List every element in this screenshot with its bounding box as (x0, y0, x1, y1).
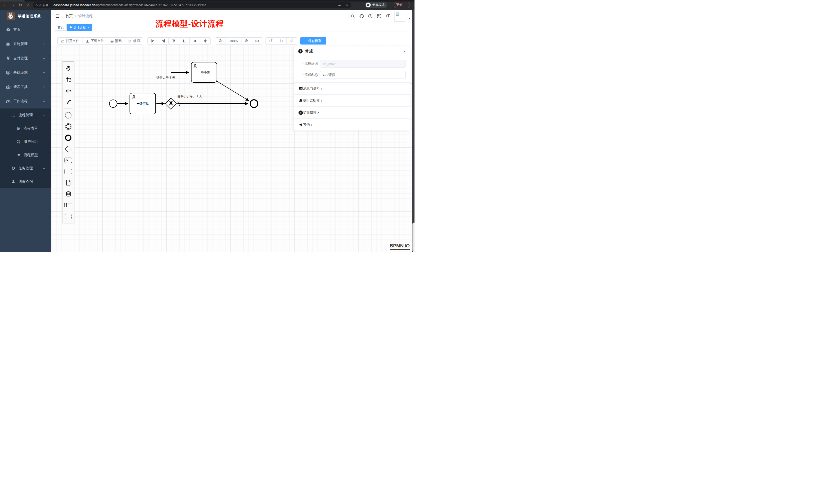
browser-reload-button[interactable]: ↻ (17, 2, 24, 8)
open-file-button[interactable]: 打开文件 (57, 37, 82, 44)
align-bottom-button[interactable] (179, 37, 190, 44)
avatar[interactable] (395, 11, 405, 22)
sidebar-item-label: 请假查询 (19, 179, 33, 184)
align-horizontal-center-icon (203, 39, 207, 43)
download-file-button[interactable]: 下载文件 (82, 37, 107, 44)
process-name-input[interactable] (320, 71, 405, 79)
chevron-right-icon (320, 99, 323, 102)
create-data-object-icon[interactable] (63, 177, 74, 188)
yen-icon: ¥ (5, 55, 11, 62)
github-icon[interactable] (358, 13, 365, 20)
sidebar-item-process-form[interactable]: 流程表单 (0, 122, 51, 135)
chevron-down-icon (42, 42, 45, 45)
condition-label-gt[interactable]: 请假大于 3 天 (156, 76, 175, 80)
redo-button[interactable]: ↻ (276, 37, 287, 44)
panel-section-extended-properties[interactable]: + 扩展属性 (294, 107, 410, 118)
sidebar-item-workflow[interactable]: 工作流程 (0, 94, 51, 109)
create-subprocess-icon[interactable] (63, 166, 74, 177)
browser-back-button[interactable]: ← (2, 2, 8, 8)
create-start-event-icon[interactable] (63, 110, 74, 121)
browser-forward-button[interactable]: → (10, 2, 16, 8)
chevron-down-icon (42, 57, 45, 60)
tab-home[interactable]: 首页 (55, 24, 67, 31)
section-title: 执行监听器 (303, 98, 320, 103)
align-right-button[interactable] (158, 37, 169, 44)
sidebar-item-leave-query[interactable]: 请假查询 (0, 175, 51, 188)
create-participant-icon[interactable] (63, 200, 74, 211)
send-icon (298, 122, 303, 127)
bpmn-user-task-first[interactable]: 一级审批 (130, 93, 156, 114)
file-button-group: 打开文件 下载文件 ◎ 预览 模拟 (57, 37, 143, 44)
create-data-store-icon[interactable] (63, 188, 74, 200)
close-icon[interactable]: × (87, 26, 89, 29)
dashboard-icon (5, 27, 11, 33)
lasso-tool-icon[interactable] (63, 74, 74, 85)
zoom-in-button[interactable] (241, 37, 252, 44)
tab-design-process[interactable]: 设计流程 × (67, 24, 92, 31)
process-key-input[interactable] (320, 60, 405, 68)
panel-section-execution-listeners[interactable]: 执行监听器 (294, 94, 410, 107)
sidebar-item-process-model[interactable]: 流程模型 (0, 148, 51, 162)
bpmn-io-watermark[interactable]: BPMN.iO (390, 243, 410, 250)
bpmn-end-event[interactable] (250, 99, 258, 108)
sidebar-collapse-icon[interactable] (55, 14, 60, 18)
create-user-task-icon[interactable] (63, 155, 74, 166)
help-icon[interactable] (367, 13, 373, 20)
create-intermediate-event-icon[interactable] (63, 121, 74, 132)
search-icon[interactable] (350, 13, 356, 20)
space-tool-icon[interactable] (63, 85, 74, 96)
restart-button[interactable] (287, 37, 297, 44)
align-top-button[interactable] (169, 37, 179, 44)
sidebar-item-home[interactable]: 首页 (0, 23, 51, 37)
panel-section-other[interactable]: 其他 (294, 118, 410, 130)
chevron-down-icon (42, 71, 45, 74)
hand-tool-icon[interactable] (63, 63, 74, 74)
simulate-button[interactable]: 模拟 (125, 37, 143, 44)
not-secure-label[interactable]: 不安全 (39, 3, 49, 7)
app-logo-row[interactable]: 芋道管理系统 (0, 10, 51, 23)
undo-button[interactable]: ↺ (265, 37, 276, 44)
bpmn-start-event[interactable] (109, 100, 117, 108)
group-face-icon (15, 139, 22, 145)
address-bar[interactable]: ⚠ 不安全 dashboard.yudao.iocoder.cn/bpm/man… (33, 2, 351, 8)
update-label[interactable]: 更新 (396, 3, 402, 7)
browser-active-tab[interactable] (0, 0, 25, 2)
font-size-icon[interactable]: TT (385, 13, 391, 20)
align-vertical-center-button[interactable] (189, 37, 200, 44)
panel-section-general[interactable]: i 常规 (294, 45, 410, 57)
create-group-icon[interactable] (63, 211, 74, 222)
browser-menu-dots-icon[interactable]: ⋮ (404, 3, 407, 7)
sidebar-item-system[interactable]: 系统管理 (0, 37, 51, 51)
browser-home-button[interactable]: ⌂ (25, 2, 31, 8)
sidebar-item-process-management[interactable]: 流程管理 (0, 109, 51, 122)
align-left-button[interactable] (147, 37, 158, 44)
global-connect-tool-icon[interactable] (63, 96, 74, 108)
sidebar-item-dev-tools[interactable]: 研发工具 (0, 80, 51, 94)
bpmn-user-task-second[interactable]: 二级审批 (191, 62, 217, 83)
page-scrollbar[interactable] (412, 10, 414, 252)
sidebar-item-task-management[interactable]: 任务管理 (0, 162, 51, 175)
preview-button[interactable]: ◎ 预览 (107, 37, 125, 44)
zoom-reset-button[interactable] (252, 37, 262, 44)
tags-view-bar: 首页 设计流程 × (51, 23, 414, 31)
scrollbar-thumb[interactable] (412, 223, 414, 252)
fullscreen-icon[interactable] (376, 13, 383, 20)
avatar-caret-icon[interactable]: ▼ (408, 17, 411, 20)
sidebar-item-payment[interactable]: ¥ 支付管理 (0, 51, 51, 66)
panel-section-messages[interactable]: 消息与信号 (294, 82, 410, 94)
password-key-icon[interactable] (338, 3, 342, 7)
sidebar-item-user-group[interactable]: 用户分组 (0, 135, 51, 148)
condition-label-le[interactable]: 请假小于等于 1 天 (177, 94, 202, 99)
process-key-field-row: *流程标识 (294, 60, 410, 68)
align-horizontal-center-button[interactable] (200, 37, 211, 44)
create-gateway-icon[interactable] (63, 143, 74, 155)
bookmark-star-icon[interactable]: ☆ (346, 3, 349, 7)
create-end-event-icon[interactable] (63, 132, 74, 143)
zoom-out-button[interactable] (215, 37, 226, 44)
sidebar-item-infrastructure[interactable]: 基础设施 (0, 66, 51, 80)
url-host: dashboard.yudao.iocoder.cn (53, 3, 95, 7)
save-model-button[interactable]: + 保存模型 (300, 37, 326, 44)
breadcrumb-home[interactable]: 首页 (66, 14, 73, 18)
annotation-overlay-text: 流程模型-设计流程 (155, 18, 224, 29)
browser-update-button[interactable]: 更新 ⋮ (394, 2, 410, 8)
